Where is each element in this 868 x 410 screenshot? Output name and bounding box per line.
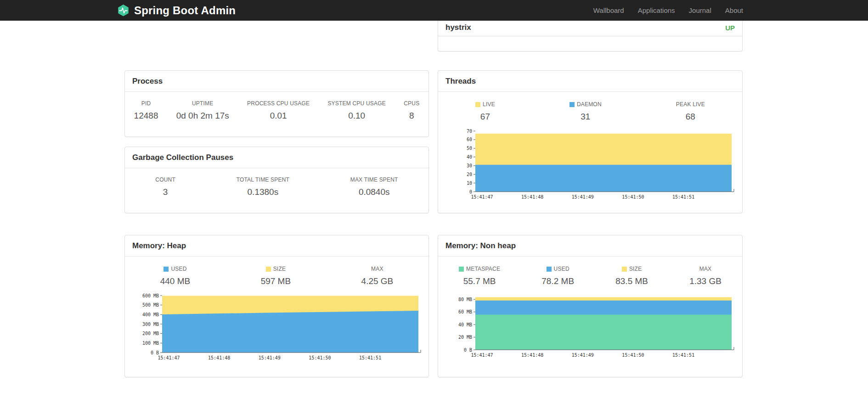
legend-label: PEAK LIVE <box>676 101 705 108</box>
legend-item-used: USED 440 MB <box>160 266 190 286</box>
legend-item-live: LIVE 67 <box>475 101 495 122</box>
svg-text:15:41:50: 15:41:50 <box>622 353 644 358</box>
stat-label: CPUS <box>404 100 419 107</box>
legend-color-swatch <box>475 102 480 107</box>
svg-text:80 MB: 80 MB <box>458 297 472 302</box>
legend-item-max: MAX 4.25 GB <box>361 266 394 286</box>
stat-cpus: CPUS 8 <box>404 100 419 121</box>
stat-value: 0.01 <box>247 111 310 121</box>
nav-links: Wallboard Applications Journal About <box>593 6 743 14</box>
legend-item-peak-live: PEAK LIVE 68 <box>676 101 705 122</box>
legend-color-swatch <box>266 267 271 272</box>
svg-text:15:41:50: 15:41:50 <box>309 355 331 360</box>
svg-text:0: 0 <box>469 189 472 194</box>
svg-text:15:41:48: 15:41:48 <box>521 194 543 199</box>
svg-text:15:41:49: 15:41:49 <box>259 355 281 360</box>
stat-value: 0.10 <box>327 111 386 121</box>
stat-value: 3 <box>155 187 175 197</box>
svg-text:15:41:47: 15:41:47 <box>158 355 180 360</box>
left-column: Process PID 12488 UPTIME 0d 0h 2m 17s PR… <box>124 21 429 377</box>
svg-text:600 MB: 600 MB <box>142 293 159 298</box>
stat-label: TOTAL TIME SPENT <box>237 177 289 183</box>
threads-legend: LIVE 67 DAEMON 31 PEAK LIVE 68 <box>438 101 742 122</box>
legend-value: 83.5 MB <box>615 276 648 286</box>
legend-item-used: USED 78.2 MB <box>541 266 574 286</box>
nav-journal[interactable]: Journal <box>689 6 711 14</box>
svg-text:0 B: 0 B <box>151 350 159 355</box>
svg-text:15:41:51: 15:41:51 <box>359 355 381 360</box>
nav-wallboard[interactable]: Wallboard <box>593 6 624 14</box>
legend-color-swatch <box>569 102 575 107</box>
memory-nonheap-chart: 0 B20 MB40 MB60 MB80 MB15:41:4715:41:481… <box>438 293 742 362</box>
nav-applications[interactable]: Applications <box>638 6 675 14</box>
legend-item-max: MAX 1.33 GB <box>689 266 721 286</box>
application-name: hystrix <box>445 23 471 32</box>
navbar: Spring Boot Admin Wallboard Applications… <box>0 0 868 21</box>
stat-label: SYSTEM CPU USAGE <box>327 100 386 107</box>
legend-label: SIZE <box>273 266 286 272</box>
main-content: Process PID 12488 UPTIME 0d 0h 2m 17s PR… <box>124 21 743 377</box>
legend-label: MAX <box>699 266 712 272</box>
legend-label: USED <box>554 266 569 272</box>
legend-item-size: SIZE 83.5 MB <box>615 266 648 286</box>
stat-label: PID <box>134 100 158 107</box>
legend-label: SIZE <box>629 266 642 272</box>
legend-label: DAEMON <box>577 101 602 108</box>
gc-stats: COUNT 3 TOTAL TIME SPENT 0.1380s MAX TIM… <box>125 177 428 197</box>
memory-heap-chart: 0 B100 MB200 MB300 MB400 MB500 MB600 MB1… <box>125 293 428 364</box>
threads-chart: 01020304050607015:41:4715:41:4815:41:491… <box>438 128 742 204</box>
gc-panel: Garbage Collection Pauses COUNT 3 TOTAL … <box>124 147 429 213</box>
svg-text:20: 20 <box>467 172 472 177</box>
legend-value: 67 <box>475 112 495 122</box>
legend-item-size: SIZE 597 MB <box>261 266 291 286</box>
svg-text:500 MB: 500 MB <box>142 302 159 308</box>
svg-text:15:41:48: 15:41:48 <box>208 355 230 360</box>
stat-value: 0.0840s <box>350 187 398 197</box>
svg-text:15:41:50: 15:41:50 <box>622 194 644 199</box>
legend-value: 597 MB <box>261 276 291 286</box>
threads-panel-title: Threads <box>438 71 742 92</box>
memory-heap-panel: Memory: Heap USED 440 MB SIZE 597 MB <box>124 235 429 377</box>
health-panel: hystrix UP <box>438 21 743 51</box>
application-row[interactable]: hystrix UP <box>438 21 742 36</box>
brand-logo-icon <box>117 4 130 17</box>
memory-nonheap-panel-title: Memory: Non heap <box>438 235 742 256</box>
memory-heap-legend: USED 440 MB SIZE 597 MB MAX 4.25 GB <box>125 266 428 286</box>
svg-text:70: 70 <box>467 129 472 134</box>
gc-panel-title: Garbage Collection Pauses <box>125 147 428 168</box>
stat-gc-total-time: TOTAL TIME SPENT 0.1380s <box>237 177 289 197</box>
stat-value: 0.1380s <box>237 187 289 197</box>
svg-text:15:41:51: 15:41:51 <box>672 353 694 358</box>
svg-text:60 MB: 60 MB <box>458 309 472 314</box>
legend-value: 78.2 MB <box>541 276 574 286</box>
stat-label: UPTIME <box>176 100 229 107</box>
threads-panel: Threads LIVE 67 DAEMON 31 <box>438 70 743 213</box>
brand-title: Spring Boot Admin <box>134 4 236 17</box>
stat-value: 12488 <box>134 111 158 121</box>
svg-text:15:41:47: 15:41:47 <box>471 353 493 358</box>
stat-gc-count: COUNT 3 <box>155 177 175 197</box>
svg-text:100 MB: 100 MB <box>142 341 159 346</box>
status-badge: UP <box>725 24 735 32</box>
stat-label: PROCESS CPU USAGE <box>247 100 310 107</box>
legend-label: LIVE <box>483 101 495 108</box>
legend-color-swatch <box>622 267 627 272</box>
stat-label: COUNT <box>155 177 175 183</box>
process-panel: Process PID 12488 UPTIME 0d 0h 2m 17s PR… <box>124 70 429 137</box>
svg-text:200 MB: 200 MB <box>142 331 159 336</box>
svg-text:0 B: 0 B <box>464 347 472 353</box>
legend-color-swatch <box>547 267 552 272</box>
svg-text:15:41:49: 15:41:49 <box>572 353 594 358</box>
svg-text:10: 10 <box>467 181 472 186</box>
legend-value: 4.25 GB <box>361 276 394 286</box>
svg-text:15:41:51: 15:41:51 <box>672 194 694 199</box>
svg-text:30: 30 <box>467 163 472 168</box>
svg-text:50: 50 <box>467 146 472 151</box>
memory-nonheap-legend: METASPACE 55.7 MB USED 78.2 MB SIZE <box>438 266 742 286</box>
legend-label: USED <box>171 266 186 272</box>
svg-text:15:41:48: 15:41:48 <box>521 353 543 358</box>
brand-link[interactable]: Spring Boot Admin <box>117 4 236 17</box>
legend-value: 68 <box>676 112 705 122</box>
nav-about[interactable]: About <box>725 6 743 14</box>
svg-text:40: 40 <box>467 154 472 159</box>
